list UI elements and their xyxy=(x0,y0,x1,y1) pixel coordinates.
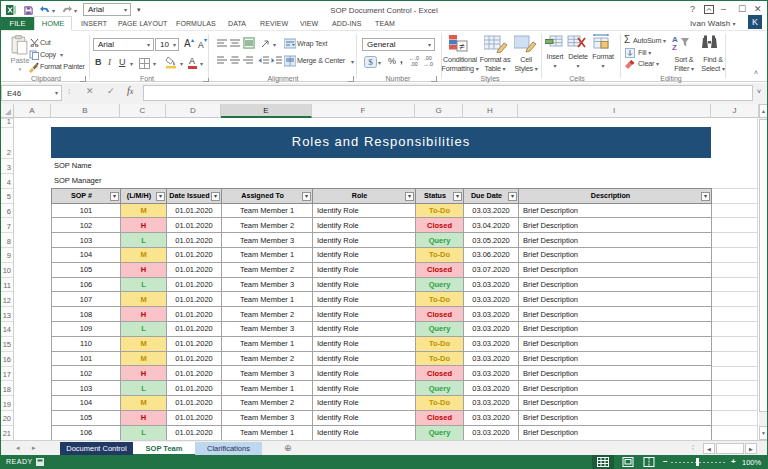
svg-text:≠: ≠ xyxy=(459,41,465,52)
svg-text:$: $ xyxy=(368,57,373,67)
svg-text:Z: Z xyxy=(672,43,677,51)
